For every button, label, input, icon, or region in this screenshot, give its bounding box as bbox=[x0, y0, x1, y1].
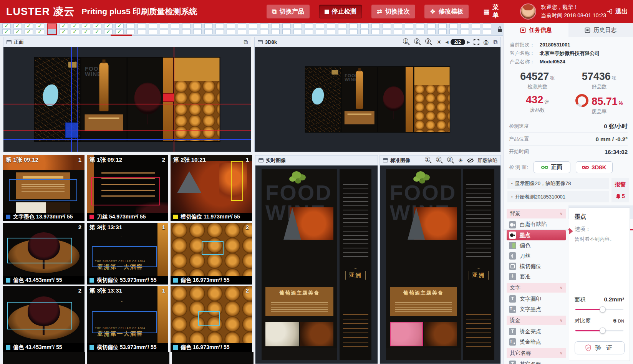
sheet-check-bottom[interactable] bbox=[171, 29, 179, 34]
category-item-烫金暗点[interactable]: 烫金暗点 bbox=[507, 337, 566, 347]
filmstrip-cell[interactable] bbox=[293, 23, 302, 35]
brightness-icon[interactable]: ☀ bbox=[436, 39, 441, 46]
brightness-icon[interactable]: ☀ bbox=[458, 157, 463, 164]
area-slider[interactable] bbox=[575, 309, 623, 310]
category-item-文字漏印[interactable]: 文字漏印 bbox=[507, 294, 566, 304]
sheet-check-top[interactable] bbox=[104, 23, 113, 28]
filmstrip-cell[interactable] bbox=[249, 23, 257, 35]
face-3d8k-button[interactable]: 3D8K bbox=[576, 161, 613, 173]
category-item-刀丝[interactable]: 刀丝 bbox=[507, 251, 566, 261]
sheet-check-top[interactable] bbox=[416, 23, 424, 28]
sheet-check-top[interactable] bbox=[293, 23, 302, 28]
zoom-1-icon[interactable]: 1 bbox=[425, 157, 432, 164]
sheet-check-top[interactable] bbox=[383, 23, 391, 28]
sheet-check-bottom[interactable] bbox=[316, 29, 324, 34]
sheet-check-bottom[interactable] bbox=[13, 29, 22, 34]
zoom-3-icon[interactable]: 3 bbox=[425, 38, 432, 46]
filmstrip-cell[interactable] bbox=[316, 23, 324, 35]
defect-thumbnail[interactable]: 第 1张 09:121文字墨色 13.973mm²/ 55 bbox=[3, 155, 85, 221]
filmstrip-cell[interactable] bbox=[204, 23, 213, 35]
sheet-check-bottom[interactable] bbox=[36, 29, 44, 34]
defect-thumbnail[interactable]: 2偏色 43.453mm²/ 55 bbox=[3, 286, 85, 352]
area-slider-knob[interactable] bbox=[600, 306, 606, 313]
sheet-check-bottom[interactable] bbox=[338, 29, 346, 34]
category-item-文字墨点[interactable]: 文字墨点 bbox=[507, 304, 566, 314]
layers-icon[interactable]: ⧉ bbox=[244, 39, 248, 46]
category-item-烫金亮点[interactable]: 烫金亮点 bbox=[507, 326, 566, 337]
sheet-check-top[interactable] bbox=[316, 23, 324, 28]
category-group-文字[interactable]: 文字∨ bbox=[507, 283, 566, 293]
sheet-check-bottom[interactable] bbox=[271, 29, 280, 34]
lock-icon[interactable] bbox=[497, 26, 503, 32]
filmstrip-cell[interactable] bbox=[138, 23, 146, 35]
sheet-check-top[interactable] bbox=[349, 23, 358, 28]
contrast-slider[interactable] bbox=[575, 330, 623, 331]
sheet-check-bottom[interactable] bbox=[25, 29, 33, 34]
sheet-check-top[interactable] bbox=[138, 23, 146, 28]
filmstrip-cell[interactable] bbox=[104, 23, 113, 35]
sheet-check-top[interactable] bbox=[115, 23, 124, 28]
filmstrip-cell[interactable] bbox=[60, 23, 68, 35]
filmstrip-cell[interactable] bbox=[472, 23, 480, 35]
filmstrip-cell[interactable] bbox=[427, 23, 436, 35]
sheet-check-bottom[interactable] bbox=[71, 29, 79, 34]
category-item-模切偏位[interactable]: 模切偏位 bbox=[507, 261, 566, 271]
sheet-check-bottom[interactable] bbox=[461, 29, 469, 34]
sheet-check-top[interactable] bbox=[327, 23, 335, 28]
sheet-check-bottom[interactable] bbox=[438, 29, 447, 34]
zoom-2-icon[interactable]: 2 bbox=[436, 157, 443, 164]
filmstrip-cell[interactable] bbox=[416, 23, 424, 35]
sheet-check-bottom[interactable] bbox=[416, 29, 424, 34]
sheet-check-top[interactable] bbox=[227, 23, 235, 28]
sheet-check-bottom[interactable] bbox=[371, 29, 380, 34]
alarm-box[interactable]: 报警 5 bbox=[611, 178, 629, 202]
sheet-check-top[interactable] bbox=[282, 23, 291, 28]
sheet-check-top[interactable] bbox=[13, 23, 22, 28]
filmstrip-cell[interactable] bbox=[36, 23, 44, 35]
sheet-check-top[interactable] bbox=[204, 23, 213, 28]
filmstrip-cell[interactable] bbox=[394, 23, 402, 35]
sidebar-tab-task-info[interactable]: 任务信息 bbox=[504, 23, 568, 37]
filmstrip-cell[interactable] bbox=[149, 23, 157, 35]
sheet-check-bottom[interactable] bbox=[394, 29, 402, 34]
sheet-check-bottom[interactable] bbox=[427, 29, 436, 34]
sheet-check-bottom[interactable] bbox=[60, 29, 68, 34]
sheet-check-top[interactable] bbox=[249, 23, 257, 28]
filmstrip-cell[interactable] bbox=[115, 23, 124, 35]
sheet-check-bottom[interactable] bbox=[149, 29, 157, 34]
sheet-check-bottom[interactable] bbox=[104, 29, 113, 34]
filmstrip-cell[interactable] bbox=[227, 23, 235, 35]
sheet-check-bottom[interactable] bbox=[193, 29, 202, 34]
filmstrip-cell[interactable] bbox=[25, 23, 33, 35]
sheet-check-bottom[interactable] bbox=[249, 29, 257, 34]
sheet-check-top[interactable] bbox=[171, 23, 179, 28]
filmstrip-cell-selected[interactable] bbox=[47, 23, 57, 35]
filmstrip-cell[interactable] bbox=[305, 23, 313, 35]
filmstrip-cell[interactable] bbox=[349, 23, 358, 35]
defect-thumbnail[interactable]: 第 1张 09:122刀丝 54.973mm²/ 55 bbox=[87, 155, 168, 221]
sheet-check-top[interactable] bbox=[149, 23, 157, 28]
filmstrip-cell[interactable] bbox=[438, 23, 447, 35]
sheet-check-top[interactable] bbox=[71, 23, 79, 28]
sheet-check-bottom[interactable] bbox=[293, 29, 302, 34]
filmstrip-cell[interactable] bbox=[193, 23, 202, 35]
defect-thumbnail[interactable]: THE BIGGEST CELLAR OF ASIA亚洲第一大酒窖第 3张 13… bbox=[87, 286, 168, 352]
layers-icon[interactable]: ⧉ bbox=[493, 39, 497, 46]
sheet-check-top[interactable] bbox=[427, 23, 436, 28]
sheet-check-bottom[interactable] bbox=[383, 29, 391, 34]
filmstrip-cell[interactable] bbox=[160, 23, 168, 35]
filmstrip-cell[interactable] bbox=[338, 23, 346, 35]
filmstrip-cell[interactable] bbox=[93, 23, 101, 35]
sheet-check-top[interactable] bbox=[461, 23, 469, 28]
filmstrip-cell[interactable] bbox=[282, 23, 291, 35]
filmstrip-cell[interactable] bbox=[449, 23, 458, 35]
prev-page-icon[interactable]: ◀ bbox=[446, 40, 449, 44]
switch-product-button[interactable]: ⧉切换产品 bbox=[267, 5, 310, 18]
menu-button[interactable]: ▦ 菜单 bbox=[483, 3, 503, 20]
category-item-白点[interactable]: 白点 bbox=[507, 220, 566, 230]
sidebar-tab-history-log[interactable]: 历史日志 bbox=[568, 23, 633, 37]
filmstrip-cell[interactable] bbox=[371, 23, 380, 35]
sheet-check-top[interactable] bbox=[305, 23, 313, 28]
defect-thumbnail[interactable]: THE BIGGEST CELLAR OF ASIA亚洲第一大酒窖第 3张 13… bbox=[87, 223, 168, 285]
filmstrip-cell[interactable] bbox=[461, 23, 469, 35]
